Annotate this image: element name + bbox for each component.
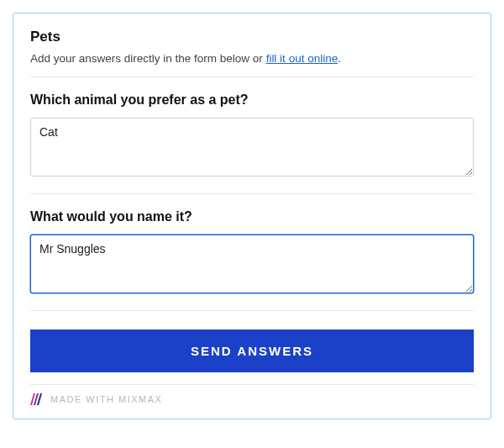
answer-input-1[interactable] <box>30 118 474 177</box>
divider <box>30 310 474 311</box>
form-card: Pets Add your answers directly in the fo… <box>13 13 491 419</box>
divider <box>30 384 474 385</box>
send-answers-button[interactable]: SEND ANSWERS <box>30 329 474 372</box>
question-block: What would you name it? <box>30 209 474 297</box>
question-label: What would you name it? <box>30 209 474 224</box>
mixmax-logo-icon <box>30 393 44 405</box>
question-block: Which animal you prefer as a pet? <box>30 92 474 180</box>
form-subtitle: Add your answers directly in the form be… <box>30 52 474 65</box>
footer: MADE WITH MIXMAX <box>30 393 474 405</box>
form-title: Pets <box>30 29 474 45</box>
answer-input-2[interactable] <box>30 235 474 293</box>
question-label: Which animal you prefer as a pet? <box>30 92 474 108</box>
divider <box>30 193 474 194</box>
subtitle-suffix: . <box>338 52 341 65</box>
subtitle-prefix: Add your answers directly in the form be… <box>30 52 266 65</box>
fill-online-link[interactable]: fill it out online <box>266 52 339 65</box>
footer-text: MADE WITH MIXMAX <box>50 394 162 404</box>
divider <box>30 76 474 77</box>
